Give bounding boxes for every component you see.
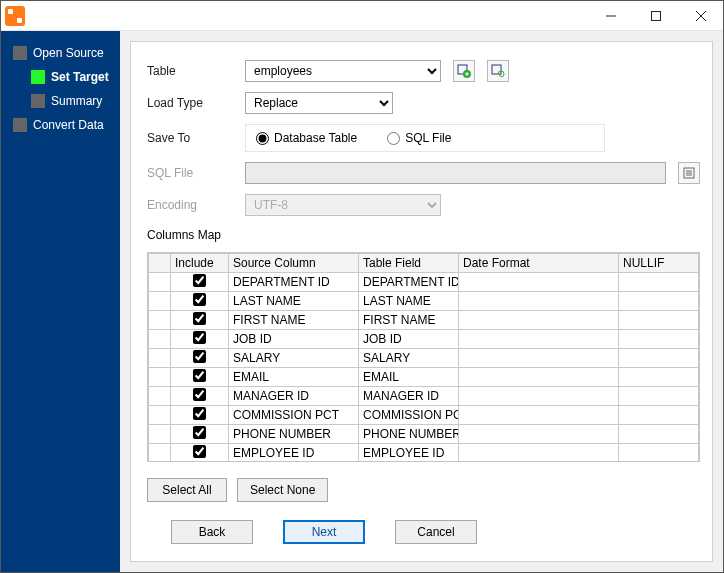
browse-file-button[interactable] bbox=[678, 162, 700, 184]
include-checkbox[interactable] bbox=[193, 445, 206, 458]
row-handle[interactable] bbox=[149, 273, 171, 292]
source-column-cell[interactable]: FIRST NAME bbox=[229, 311, 359, 330]
include-checkbox[interactable] bbox=[193, 388, 206, 401]
table-field-cell[interactable]: EMPLOYEE ID bbox=[359, 444, 459, 463]
row-handle[interactable] bbox=[149, 368, 171, 387]
row-handle[interactable] bbox=[149, 387, 171, 406]
table-field-cell[interactable]: EMAIL bbox=[359, 368, 459, 387]
nullif-cell[interactable] bbox=[619, 273, 699, 292]
next-button[interactable]: Next bbox=[283, 520, 365, 544]
select-all-button[interactable]: Select All bbox=[147, 478, 227, 502]
include-checkbox[interactable] bbox=[193, 426, 206, 439]
source-column-cell[interactable]: LAST NAME bbox=[229, 292, 359, 311]
include-checkbox[interactable] bbox=[193, 350, 206, 363]
table-row[interactable]: SALARYSALARY bbox=[149, 349, 699, 368]
columns-grid[interactable]: IncludeSource ColumnTable FieldDate Form… bbox=[147, 252, 700, 462]
nav-item-set-target[interactable]: Set Target bbox=[1, 65, 120, 89]
minimize-button[interactable] bbox=[588, 1, 633, 31]
table-field-cell[interactable]: JOB ID bbox=[359, 330, 459, 349]
nullif-cell[interactable] bbox=[619, 330, 699, 349]
date-format-cell[interactable] bbox=[459, 330, 619, 349]
date-format-cell[interactable] bbox=[459, 425, 619, 444]
source-column-cell[interactable]: SALARY bbox=[229, 349, 359, 368]
nav-item-summary[interactable]: Summary bbox=[1, 89, 120, 113]
grid-header[interactable]: Table Field bbox=[359, 254, 459, 273]
source-column-cell[interactable]: MANAGER ID bbox=[229, 387, 359, 406]
nullif-cell[interactable] bbox=[619, 349, 699, 368]
grid-header[interactable] bbox=[149, 254, 171, 273]
table-field-cell[interactable]: PHONE NUMBER bbox=[359, 425, 459, 444]
sqlfile-input bbox=[245, 162, 666, 184]
row-handle[interactable] bbox=[149, 444, 171, 463]
refresh-table-button[interactable] bbox=[487, 60, 509, 82]
table-field-cell[interactable]: MANAGER ID bbox=[359, 387, 459, 406]
grid-header[interactable]: Date Format bbox=[459, 254, 619, 273]
table-row[interactable]: MANAGER IDMANAGER ID bbox=[149, 387, 699, 406]
load-type-select[interactable]: Replace bbox=[245, 92, 393, 114]
table-field-cell[interactable]: FIRST NAME bbox=[359, 311, 459, 330]
row-handle[interactable] bbox=[149, 292, 171, 311]
table-row[interactable]: JOB IDJOB ID bbox=[149, 330, 699, 349]
close-button[interactable] bbox=[678, 1, 723, 31]
back-button[interactable]: Back bbox=[171, 520, 253, 544]
include-checkbox[interactable] bbox=[193, 407, 206, 420]
date-format-cell[interactable] bbox=[459, 349, 619, 368]
grid-header[interactable]: NULLIF bbox=[619, 254, 699, 273]
save-to-sql-radio[interactable]: SQL File bbox=[387, 131, 451, 145]
grid-header[interactable]: Source Column bbox=[229, 254, 359, 273]
maximize-icon bbox=[651, 11, 661, 21]
include-checkbox[interactable] bbox=[193, 274, 206, 287]
table-field-cell[interactable]: SALARY bbox=[359, 349, 459, 368]
nullif-cell[interactable] bbox=[619, 292, 699, 311]
save-to-db-radio[interactable]: Database Table bbox=[256, 131, 357, 145]
include-checkbox[interactable] bbox=[193, 312, 206, 325]
nullif-cell[interactable] bbox=[619, 311, 699, 330]
select-none-button[interactable]: Select None bbox=[237, 478, 328, 502]
nullif-cell[interactable] bbox=[619, 387, 699, 406]
table-row[interactable]: PHONE NUMBERPHONE NUMBER bbox=[149, 425, 699, 444]
table-row[interactable]: LAST NAMELAST NAME bbox=[149, 292, 699, 311]
nav-item-open-source[interactable]: Open Source bbox=[1, 41, 120, 65]
table-field-cell[interactable]: LAST NAME bbox=[359, 292, 459, 311]
nav-item-convert-data[interactable]: Convert Data bbox=[1, 113, 120, 137]
source-column-cell[interactable]: PHONE NUMBER bbox=[229, 425, 359, 444]
source-column-cell[interactable]: EMAIL bbox=[229, 368, 359, 387]
source-column-cell[interactable]: JOB ID bbox=[229, 330, 359, 349]
nullif-cell[interactable] bbox=[619, 444, 699, 463]
maximize-button[interactable] bbox=[633, 1, 678, 31]
source-column-cell[interactable]: EMPLOYEE ID bbox=[229, 444, 359, 463]
row-handle[interactable] bbox=[149, 349, 171, 368]
nullif-cell[interactable] bbox=[619, 406, 699, 425]
add-table-button[interactable] bbox=[453, 60, 475, 82]
row-handle[interactable] bbox=[149, 425, 171, 444]
date-format-cell[interactable] bbox=[459, 292, 619, 311]
table-row[interactable]: EMPLOYEE IDEMPLOYEE ID bbox=[149, 444, 699, 463]
table-row[interactable]: FIRST NAMEFIRST NAME bbox=[149, 311, 699, 330]
row-handle[interactable] bbox=[149, 330, 171, 349]
table-row[interactable]: EMAILEMAIL bbox=[149, 368, 699, 387]
date-format-cell[interactable] bbox=[459, 406, 619, 425]
include-checkbox[interactable] bbox=[193, 293, 206, 306]
include-checkbox[interactable] bbox=[193, 331, 206, 344]
table-row[interactable]: DEPARTMENT IDDEPARTMENT ID bbox=[149, 273, 699, 292]
date-format-cell[interactable] bbox=[459, 368, 619, 387]
date-format-cell[interactable] bbox=[459, 444, 619, 463]
grid-header[interactable]: Include bbox=[171, 254, 229, 273]
nullif-cell[interactable] bbox=[619, 368, 699, 387]
row-handle[interactable] bbox=[149, 311, 171, 330]
date-format-cell[interactable] bbox=[459, 387, 619, 406]
table-select[interactable]: employees bbox=[245, 60, 441, 82]
date-format-cell[interactable] bbox=[459, 311, 619, 330]
source-column-cell[interactable]: DEPARTMENT ID bbox=[229, 273, 359, 292]
date-format-cell[interactable] bbox=[459, 273, 619, 292]
table-row[interactable]: COMMISSION PCTCOMMISSION PCT bbox=[149, 406, 699, 425]
table-field-cell[interactable]: DEPARTMENT ID bbox=[359, 273, 459, 292]
nullif-cell[interactable] bbox=[619, 425, 699, 444]
cancel-button[interactable]: Cancel bbox=[395, 520, 477, 544]
row-handle[interactable] bbox=[149, 406, 171, 425]
source-column-cell[interactable]: COMMISSION PCT bbox=[229, 406, 359, 425]
table-field-cell[interactable]: COMMISSION PCT bbox=[359, 406, 459, 425]
include-checkbox[interactable] bbox=[193, 369, 206, 382]
sqlfile-label: SQL File bbox=[147, 166, 233, 180]
table-add-icon bbox=[457, 64, 471, 78]
